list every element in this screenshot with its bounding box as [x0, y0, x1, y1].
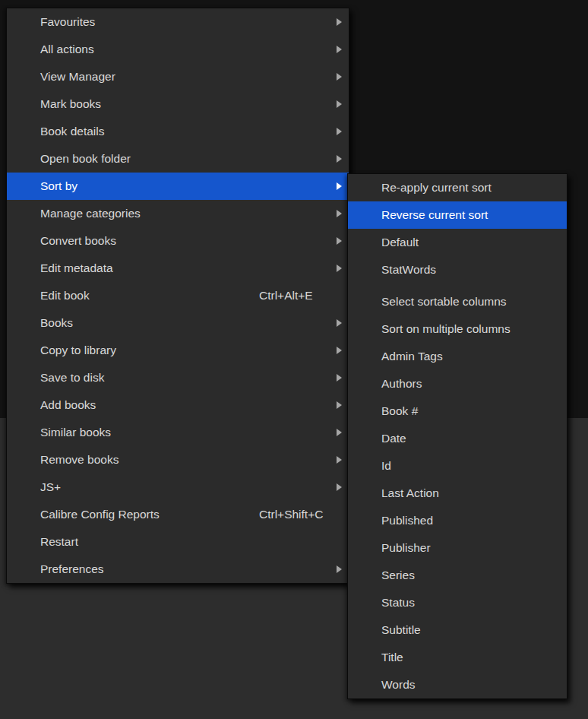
- menu-item-label: Calibre Config Reports: [40, 508, 160, 521]
- menu-item-sort-by[interactable]: Sort by: [7, 173, 349, 200]
- menu-item-book-details[interactable]: Book details: [7, 118, 349, 145]
- submenu-arrow-icon: [337, 401, 342, 409]
- menu-item-label: Last Action: [381, 486, 439, 499]
- main-context-menu: FavouritesAll actionsView ManagerMark bo…: [6, 8, 349, 584]
- submenu-arrow-icon: [337, 155, 342, 163]
- menu-item-label: Reverse current sort: [381, 208, 488, 221]
- menu-item-label: Default: [381, 236, 419, 249]
- submenu-arrow-icon: [337, 128, 342, 135]
- menu-item-label: Series: [381, 569, 415, 581]
- submenu-arrow-icon: [337, 18, 342, 26]
- menu-item-label: Preferences: [40, 562, 104, 575]
- submenu-arrow-icon: [337, 46, 342, 53]
- menu-item-reverse-current-sort[interactable]: Reverse current sort: [348, 201, 567, 229]
- menu-item-authors[interactable]: Authors: [348, 370, 567, 398]
- menu-item-favourites[interactable]: Favourites: [7, 8, 349, 36]
- menu-item-label: Sort on multiple columns: [381, 322, 511, 335]
- menu-item-label: Sort by: [40, 179, 77, 192]
- menu-item-label: Mark books: [40, 97, 101, 110]
- menu-item-copy-to-library[interactable]: Copy to library: [7, 337, 349, 364]
- menu-item-preferences[interactable]: Preferences: [7, 556, 349, 583]
- menu-item-label: JS+: [40, 480, 61, 493]
- menu-item-words[interactable]: Words: [348, 671, 567, 698]
- menu-item-books[interactable]: Books: [7, 309, 349, 337]
- menu-item-label: Save to disk: [40, 371, 104, 384]
- submenu-arrow-icon: [337, 319, 342, 327]
- menu-item-label: Status: [381, 596, 415, 609]
- menu-item-all-actions[interactable]: All actions: [7, 36, 349, 63]
- menu-item-js[interactable]: JS+: [7, 474, 349, 501]
- menu-item-re-apply-current-sort[interactable]: Re-apply current sort: [348, 174, 567, 201]
- menu-item-default[interactable]: Default: [348, 229, 567, 256]
- shortcut-label: Ctrl+Alt+E: [259, 282, 313, 309]
- menu-item-date[interactable]: Date: [348, 425, 567, 452]
- shortcut-label: Ctrl+Shift+C: [259, 501, 323, 528]
- menu-item-label: Edit book: [40, 289, 90, 302]
- submenu-arrow-icon: [337, 429, 342, 436]
- menu-item-label: Id: [381, 459, 391, 472]
- menu-item-restart[interactable]: Restart: [7, 528, 349, 556]
- menu-item-similar-books[interactable]: Similar books: [7, 419, 349, 446]
- menu-item-calibre-config-reports[interactable]: Calibre Config ReportsCtrl+Shift+C: [7, 501, 349, 528]
- menu-item-title[interactable]: Title: [348, 644, 567, 671]
- menu-item-convert-books[interactable]: Convert books: [7, 227, 349, 255]
- menu-item-mark-books[interactable]: Mark books: [7, 90, 349, 118]
- submenu-arrow-icon: [337, 182, 342, 190]
- menu-item-label: Select sortable columns: [381, 295, 507, 308]
- menu-item-label: Re-apply current sort: [381, 181, 492, 194]
- menu-item-label: Remove books: [40, 453, 119, 466]
- app-background: FavouritesAll actionsView ManagerMark bo…: [0, 0, 588, 719]
- submenu-arrow-icon: [337, 210, 342, 217]
- menu-item-label: Subtitle: [381, 623, 421, 636]
- menu-item-label: Authors: [381, 377, 422, 390]
- submenu-arrow-icon: [337, 347, 342, 354]
- menu-item-label: Edit metadata: [40, 261, 113, 274]
- menu-item-label: Add books: [40, 398, 96, 411]
- menu-item-edit-metadata[interactable]: Edit metadata: [7, 255, 349, 282]
- menu-item-status[interactable]: Status: [348, 589, 567, 616]
- submenu-arrow-icon: [337, 565, 342, 573]
- menu-item-label: View Manager: [40, 70, 115, 83]
- submenu-arrow-icon: [337, 456, 342, 464]
- submenu-arrow-icon: [337, 237, 342, 245]
- menu-item-series[interactable]: Series: [348, 562, 567, 589]
- menu-item-manage-categories[interactable]: Manage categories: [7, 200, 349, 227]
- menu-item-label: Convert books: [40, 234, 116, 247]
- menu-item-label: Date: [381, 432, 406, 445]
- menu-item-admin-tags[interactable]: Admin Tags: [348, 343, 567, 370]
- menu-item-label: Book #: [381, 404, 418, 417]
- menu-item-sort-on-multiple-columns[interactable]: Sort on multiple columns: [348, 315, 567, 343]
- submenu-arrow-icon: [337, 483, 342, 491]
- submenu-arrow-icon: [337, 374, 342, 382]
- menu-item-published[interactable]: Published: [348, 507, 567, 534]
- menu-item-add-books[interactable]: Add books: [7, 391, 349, 419]
- menu-item-label: Books: [40, 316, 73, 329]
- menu-item-label: Publisher: [381, 541, 431, 554]
- menu-item-select-sortable-columns[interactable]: Select sortable columns: [348, 288, 567, 315]
- menu-item-remove-books[interactable]: Remove books: [7, 446, 349, 474]
- menu-item-label: Copy to library: [40, 344, 116, 356]
- menu-item-label: Admin Tags: [381, 350, 443, 363]
- menu-item-label: Book details: [40, 125, 104, 138]
- menu-item-last-action[interactable]: Last Action: [348, 480, 567, 507]
- menu-item-view-manager[interactable]: View Manager: [7, 63, 349, 90]
- menu-item-id[interactable]: Id: [348, 452, 567, 480]
- menu-item-label: StatWords: [381, 263, 436, 276]
- menu-item-save-to-disk[interactable]: Save to disk: [7, 364, 349, 391]
- menu-item-label: Favourites: [40, 15, 95, 28]
- menu-item-label: Published: [381, 514, 433, 527]
- menu-item-label: Restart: [40, 535, 78, 548]
- menu-item-subtitle[interactable]: Subtitle: [348, 616, 567, 644]
- menu-item-statwords[interactable]: StatWords: [348, 256, 567, 283]
- sort-by-submenu: Re-apply current sortReverse current sor…: [347, 173, 567, 699]
- menu-item-edit-book[interactable]: Edit bookCtrl+Alt+E: [7, 282, 349, 309]
- submenu-arrow-icon: [337, 100, 342, 108]
- menu-item-label: Open book folder: [40, 152, 131, 165]
- submenu-arrow-icon: [337, 73, 342, 81]
- menu-item-label: All actions: [40, 43, 94, 55]
- menu-item-label: Manage categories: [40, 207, 141, 220]
- menu-item-publisher[interactable]: Publisher: [348, 534, 567, 562]
- submenu-arrow-icon: [337, 264, 342, 272]
- menu-item-book[interactable]: Book #: [348, 398, 567, 425]
- menu-item-open-book-folder[interactable]: Open book folder: [7, 145, 349, 173]
